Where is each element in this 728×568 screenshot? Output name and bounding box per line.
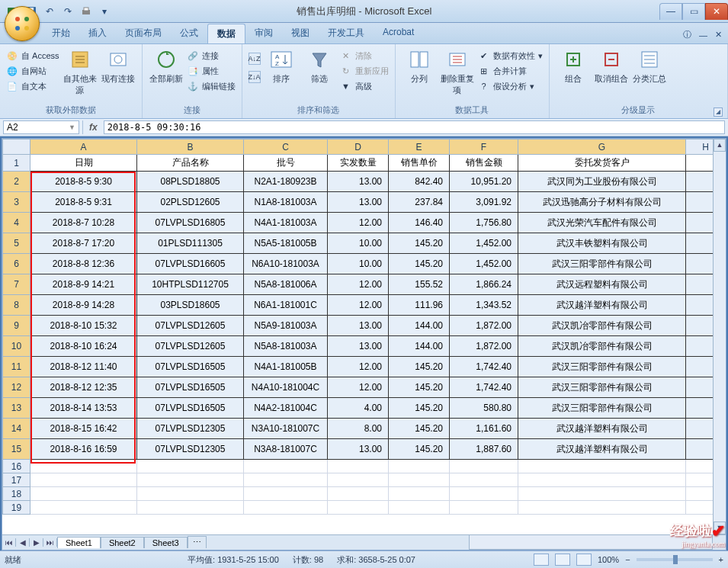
data-cell[interactable]: 1,872.00 — [450, 336, 518, 357]
header-cell[interactable]: 销售单价 — [389, 155, 450, 172]
data-cell[interactable]: 1,742.40 — [450, 357, 518, 377]
data-cell[interactable] — [328, 460, 389, 473]
data-cell[interactable]: N5A8-181003A — [244, 336, 328, 357]
row-header[interactable]: 14 — [3, 419, 30, 439]
sheet-nav-prev[interactable]: ◀ — [16, 538, 30, 547]
data-cell[interactable] — [244, 460, 328, 473]
from-access-button[interactable]: 📀自 Access — [5, 49, 61, 63]
ribbon-tab[interactable]: 开发工具 — [319, 24, 374, 43]
refresh-all-button[interactable]: 全部刷新 — [147, 46, 185, 86]
data-cell[interactable]: 武汉丰铁塑料有限公司 — [518, 233, 686, 254]
data-cell[interactable]: 10HTPLSD112705 — [137, 274, 244, 295]
data-cell[interactable]: 145.20 — [389, 398, 450, 419]
spreadsheet-grid[interactable]: A B C D E F G H 1日期产品名称批号实发数量销售单价销售金额委托发… — [2, 139, 726, 515]
data-cell[interactable]: 武汉迅驰高分子材料有限公司 — [518, 192, 686, 213]
data-cell[interactable]: 13.00 — [328, 316, 389, 336]
data-cell[interactable]: 1,866.24 — [450, 274, 518, 295]
data-cell[interactable]: 237.84 — [389, 192, 450, 213]
data-cell[interactable] — [137, 501, 244, 515]
row-header[interactable]: 17 — [3, 473, 30, 487]
data-cell[interactable]: 144.00 — [389, 316, 450, 336]
data-cell[interactable]: 12.00 — [328, 274, 389, 295]
data-cell[interactable]: 2018-8-10 16:24 — [30, 336, 137, 357]
outline-dialog-launcher[interactable]: ◢ — [714, 108, 723, 117]
data-cell[interactable]: 10,951.20 — [450, 172, 518, 192]
select-all-corner[interactable] — [3, 140, 30, 155]
row-header[interactable]: 3 — [3, 192, 30, 213]
sheet-tab[interactable]: Sheet1 — [57, 537, 101, 548]
formula-input[interactable]: 2018-8-5 09:30:16 — [104, 120, 725, 134]
office-button[interactable] — [5, 6, 40, 41]
ribbon-tab[interactable]: 开始 — [43, 24, 79, 43]
workbook-close-button[interactable]: ✕ — [715, 30, 722, 40]
col-header[interactable]: D — [328, 140, 389, 155]
ribbon-tab[interactable]: 视图 — [282, 24, 319, 43]
data-cell[interactable]: 13.00 — [328, 336, 389, 357]
data-cell[interactable]: 144.00 — [389, 336, 450, 357]
data-cell[interactable] — [30, 501, 137, 515]
data-cell[interactable]: 2018-8-15 16:42 — [30, 419, 137, 439]
data-cell[interactable]: N3A10-181007C — [244, 419, 328, 439]
data-cell[interactable] — [518, 473, 686, 487]
ribbon-tab[interactable]: 数据 — [207, 24, 245, 43]
data-cell[interactable]: 13.00 — [328, 439, 389, 460]
data-cell[interactable]: N4A2-181004C — [244, 398, 328, 419]
data-cell[interactable]: 07LVPLSD12305 — [137, 439, 244, 460]
vertical-scrollbar[interactable]: ▲ ▼ — [713, 139, 726, 534]
data-cell[interactable] — [450, 487, 518, 501]
data-cell[interactable]: 武汉三阳零部件有限公司 — [518, 254, 686, 274]
row-header[interactable]: 7 — [3, 274, 30, 295]
data-cell[interactable]: 8.00 — [328, 419, 389, 439]
zoom-level[interactable]: 100% — [598, 555, 619, 564]
help-icon[interactable]: ⓘ — [683, 29, 691, 40]
data-cell[interactable]: 12.00 — [328, 357, 389, 377]
data-cell[interactable] — [244, 487, 328, 501]
data-cell[interactable]: 2018-8-12 11:40 — [30, 357, 137, 377]
data-cell[interactable]: N6A1-181001C — [244, 295, 328, 316]
data-cell[interactable]: 2018-8-12 12:35 — [30, 377, 137, 398]
connections-button[interactable]: 🔗连接 — [185, 49, 237, 63]
data-cell[interactable]: N4A1-181005B — [244, 357, 328, 377]
header-cell[interactable]: 销售金额 — [450, 155, 518, 172]
row-header[interactable]: 1 — [3, 155, 30, 172]
ribbon-tab[interactable]: 公式 — [171, 24, 207, 43]
view-normal-button[interactable] — [534, 554, 549, 566]
data-cell[interactable]: N4A1-181003A — [244, 213, 328, 233]
data-cell[interactable]: 2018-8-7 17:20 — [30, 233, 137, 254]
row-header[interactable]: 9 — [3, 316, 30, 336]
row-header[interactable]: 13 — [3, 398, 30, 419]
data-cell[interactable]: 145.20 — [389, 233, 450, 254]
header-cell[interactable]: 批号 — [244, 155, 328, 172]
data-cell[interactable]: 03PLSD18605 — [137, 295, 244, 316]
data-cell[interactable]: 1,872.00 — [450, 316, 518, 336]
data-cell[interactable]: 武汉凯冶零部件有限公司 — [518, 336, 686, 357]
data-cell[interactable]: 武汉越洋塑料有限公司 — [518, 419, 686, 439]
qat-undo-icon[interactable]: ↶ — [43, 5, 56, 18]
header-cell[interactable]: 实发数量 — [328, 155, 389, 172]
data-cell[interactable]: 13.00 — [328, 192, 389, 213]
data-cell[interactable]: 13.00 — [328, 172, 389, 192]
ribbon-tab[interactable]: 页面布局 — [116, 24, 171, 43]
row-header[interactable]: 11 — [3, 357, 30, 377]
row-header[interactable]: 12 — [3, 377, 30, 398]
row-header[interactable]: 8 — [3, 295, 30, 316]
minimize-ribbon-button[interactable]: — — [699, 30, 707, 40]
sort-asc-button[interactable]: A↓Z — [247, 52, 262, 66]
row-header[interactable]: 16 — [3, 460, 30, 473]
data-cell[interactable] — [328, 487, 389, 501]
data-cell[interactable]: 111.96 — [389, 295, 450, 316]
data-cell[interactable]: 07LVPLSD12605 — [137, 316, 244, 336]
subtotal-button[interactable]: 分类汇总 — [630, 46, 669, 86]
data-cell[interactable]: 145.20 — [389, 419, 450, 439]
qat-print-icon[interactable] — [79, 5, 93, 18]
data-cell[interactable]: 10.00 — [328, 233, 389, 254]
data-cell[interactable]: 1,742.40 — [450, 377, 518, 398]
data-cell[interactable]: 12.00 — [328, 377, 389, 398]
data-cell[interactable]: 145.20 — [389, 439, 450, 460]
view-pagebreak-button[interactable] — [576, 554, 592, 566]
properties-button[interactable]: 📑属性 — [185, 64, 237, 78]
data-cell[interactable]: 07LVPLSD16605 — [137, 254, 244, 274]
data-cell[interactable]: 武汉三阳零部件有限公司 — [518, 357, 686, 377]
data-cell[interactable] — [389, 487, 450, 501]
row-header[interactable]: 19 — [3, 501, 30, 515]
